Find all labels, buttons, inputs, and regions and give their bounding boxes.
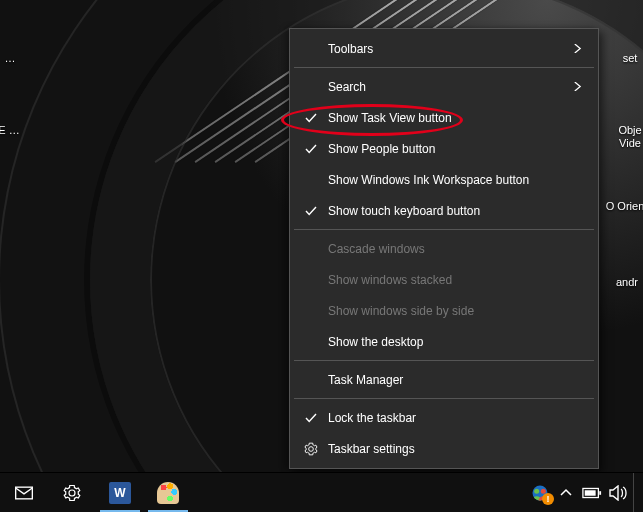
svg-rect-0 [16,487,33,499]
show-desktop-button[interactable] [633,473,639,513]
desktop-icon-label[interactable]: O Orien [605,200,643,213]
menu-label: Taskbar settings [320,442,582,456]
people-tray-button[interactable]: ! [527,473,553,513]
menu-item-show-people[interactable]: Show People button [292,133,596,164]
menu-item-taskbar-settings[interactable]: Taskbar settings [292,433,596,464]
svg-rect-6 [599,491,601,495]
menu-item-show-desktop[interactable]: Show the desktop [292,326,596,357]
menu-label: Show Windows Ink Workspace button [320,173,582,187]
paint-app-button[interactable] [144,473,192,512]
volume-tray-button[interactable] [605,473,631,513]
gear-icon [63,484,81,502]
menu-separator [294,398,594,399]
taskbar-context-menu: Toolbars Search Show Task View button Sh… [289,28,599,469]
system-tray: ! [527,473,643,512]
menu-label: Show windows side by side [320,304,582,318]
menu-item-lock-taskbar[interactable]: Lock the taskbar [292,402,596,433]
check-icon [302,412,320,424]
menu-item-show-ink[interactable]: Show Windows Ink Workspace button [292,164,596,195]
menu-label: Show People button [320,142,582,156]
menu-label: Show windows stacked [320,273,582,287]
svg-rect-7 [585,490,596,495]
settings-button[interactable] [48,473,96,512]
menu-label: Toolbars [320,42,573,56]
gear-icon [302,442,320,456]
chevron-up-icon [560,487,572,499]
desktop-icon-label[interactable]: E … [0,124,20,137]
menu-item-show-task-view[interactable]: Show Task View button [292,102,596,133]
desktop-icon-label[interactable]: set [615,52,643,65]
notification-badge: ! [542,493,554,505]
menu-separator [294,360,594,361]
menu-item-stacked: Show windows stacked [292,264,596,295]
menu-item-show-touch-keyboard[interactable]: Show touch keyboard button [292,195,596,226]
chevron-right-icon [573,82,582,91]
menu-item-search[interactable]: Search [292,71,596,102]
desktop-icon-label[interactable]: … [0,52,20,65]
check-icon [302,205,320,217]
word-app-button[interactable]: W [96,473,144,512]
menu-item-toolbars[interactable]: Toolbars [292,33,596,64]
desktop-icon-label[interactable]: andr [609,276,643,289]
mail-button[interactable] [0,473,48,512]
menu-label: Cascade windows [320,242,582,256]
battery-icon [582,487,602,499]
menu-item-cascade: Cascade windows [292,233,596,264]
palette-icon [157,482,179,504]
menu-item-side-by-side: Show windows side by side [292,295,596,326]
menu-label: Show Task View button [320,111,582,125]
chevron-right-icon [573,44,582,53]
battery-tray-button[interactable] [579,473,605,513]
taskbar: W [0,472,643,512]
speaker-icon [609,485,627,501]
check-icon [302,112,320,124]
menu-label: Show the desktop [320,335,582,349]
menu-label: Task Manager [320,373,582,387]
tray-overflow-button[interactable] [553,473,579,513]
word-icon: W [109,482,131,504]
mail-icon [14,483,34,503]
menu-separator [294,67,594,68]
menu-item-task-manager[interactable]: Task Manager [292,364,596,395]
desktop-icon-label[interactable]: Obje Vide [615,124,643,150]
menu-separator [294,229,594,230]
check-icon [302,143,320,155]
menu-label: Show touch keyboard button [320,204,582,218]
menu-label: Lock the taskbar [320,411,582,425]
menu-label: Search [320,80,573,94]
svg-point-3 [534,488,539,493]
